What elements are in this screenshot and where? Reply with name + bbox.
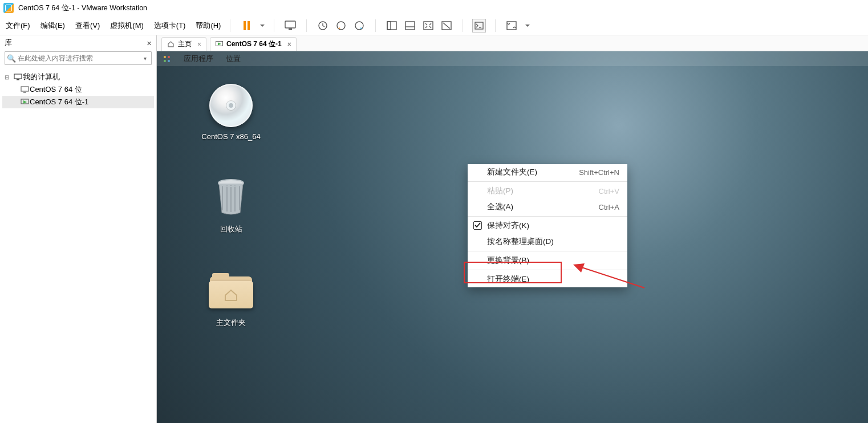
vm-icon <box>19 86 30 93</box>
svg-rect-5 <box>387 22 396 30</box>
ctx-paste: 粘贴(P) Ctrl+V <box>468 183 627 199</box>
trash-icon <box>214 178 248 216</box>
view-thumbnail-button[interactable] <box>403 19 417 32</box>
send-ctrl-alt-del-button[interactable] <box>283 19 297 32</box>
library-search-input[interactable] <box>18 54 139 62</box>
desktop-context-menu: 新建文件夹(E) Shift+Ctrl+N 粘贴(P) Ctrl+V 全选(A)… <box>468 164 627 287</box>
search-icon: 🔍 <box>5 54 18 63</box>
view-single-button[interactable] <box>385 19 399 32</box>
ctx-keep-aligned[interactable]: 保持对齐(K) <box>468 218 627 234</box>
gnome-top-bar: 应用程序 位置 <box>157 51 868 66</box>
view-fullscreen-button[interactable] <box>421 19 435 32</box>
ctx-label: 打开终端(E) <box>487 274 529 284</box>
desktop-item-home[interactable]: 主文件夹 <box>191 269 271 328</box>
tab-label: CentOS 7 64 位-1 <box>226 39 282 49</box>
svg-rect-16 <box>17 79 19 80</box>
tree-node-label: CentOS 7 64 位 <box>30 84 82 95</box>
close-sidebar-button[interactable]: × <box>147 38 152 48</box>
tree-node-label: CentOS 7 64 位-1 <box>30 97 88 107</box>
desktop-item-label: 回收站 <box>220 224 242 234</box>
checkbox-checked-icon <box>473 221 482 230</box>
tree-collapse-icon[interactable]: ⊟ <box>5 74 13 80</box>
menu-file[interactable]: 文件(F) <box>6 21 30 31</box>
content-area: 主页 × CentOS 7 64 位-1 × 应用程序 位置 CentOS 7 … <box>157 35 868 423</box>
ctx-select-all[interactable]: 全选(A) Ctrl+A <box>468 199 627 215</box>
tree-node-label: 我的计算机 <box>23 72 60 82</box>
menu-help[interactable]: 帮助(H) <box>196 21 221 31</box>
menu-tabs[interactable]: 选项卡(T) <box>154 21 186 31</box>
separator <box>230 19 230 32</box>
cd-disc-icon <box>209 84 253 127</box>
menu-edit[interactable]: 编辑(E) <box>40 21 65 31</box>
desktop-icons: CentOS 7 x86_64 回收站 <box>191 83 271 328</box>
desktop-item-disc[interactable]: CentOS 7 x86_64 <box>191 83 271 141</box>
separator <box>274 19 274 32</box>
svg-rect-14 <box>507 22 516 30</box>
gnome-applications[interactable]: 应用程序 <box>184 54 213 64</box>
ctx-new-folder[interactable]: 新建文件夹(E) Shift+Ctrl+N <box>468 164 627 180</box>
tree-node-vm[interactable]: CentOS 7 64 位 <box>2 83 154 96</box>
desktop-item-label: 主文件夹 <box>216 318 246 328</box>
ctx-label: 保持对齐(K) <box>487 221 529 231</box>
ctx-label: 新建文件夹(E) <box>487 167 537 177</box>
tab-close-icon[interactable]: × <box>287 40 291 48</box>
view-unity-button[interactable] <box>440 19 453 32</box>
ctx-shortcut: Shift+Ctrl+N <box>579 168 619 177</box>
library-sidebar: 库 × 🔍 ▾ ⊟ 我的计算机 CentOS 7 64 位 CentOS 7 6… <box>0 35 157 423</box>
tab-label: 主页 <box>178 39 192 49</box>
snapshot-revert-button[interactable] <box>334 19 348 32</box>
gnome-places[interactable]: 位置 <box>226 54 241 64</box>
tab-vm[interactable]: CentOS 7 64 位-1 × <box>210 37 297 51</box>
ctx-label: 更换背景(B) <box>487 255 529 266</box>
svg-point-3 <box>337 22 345 30</box>
separator <box>468 270 627 270</box>
svg-rect-12 <box>475 22 483 29</box>
separator <box>468 251 627 251</box>
desktop-item-label: CentOS 7 x86_64 <box>201 132 260 141</box>
ctx-shortcut: Ctrl+V <box>599 187 619 196</box>
vm-running-icon <box>19 99 30 105</box>
svg-rect-17 <box>21 87 29 91</box>
power-dropdown-icon[interactable] <box>260 25 265 29</box>
ctx-change-background[interactable]: 更换背景(B) <box>468 253 627 269</box>
svg-rect-9 <box>424 22 433 30</box>
stretch-dropdown-icon[interactable] <box>525 25 530 29</box>
svg-point-24 <box>168 56 170 58</box>
library-tree: ⊟ 我的计算机 CentOS 7 64 位 CentOS 7 64 位-1 <box>0 68 156 111</box>
separator <box>463 19 463 32</box>
svg-rect-0 <box>285 21 295 28</box>
separator <box>306 19 307 32</box>
stretch-guest-button[interactable] <box>505 19 518 32</box>
ctx-open-terminal[interactable]: 打开终端(E) <box>468 271 627 287</box>
separator <box>375 19 376 32</box>
vmware-app-icon <box>3 3 14 13</box>
library-search[interactable]: 🔍 ▾ <box>5 51 152 65</box>
computer-icon <box>13 74 23 80</box>
separator <box>495 19 496 32</box>
desktop-item-trash[interactable]: 回收站 <box>191 175 271 234</box>
window-title: CentOS 7 64 位-1 - VMware Workstation <box>18 3 147 13</box>
window-titlebar: CentOS 7 64 位-1 - VMware Workstation <box>0 0 868 16</box>
tab-home[interactable]: 主页 × <box>161 37 206 51</box>
snapshot-take-button[interactable] <box>316 19 330 32</box>
pause-button[interactable] <box>240 19 253 32</box>
menu-view[interactable]: 查看(V) <box>75 21 100 31</box>
menu-vm[interactable]: 虚拟机(M) <box>110 21 144 31</box>
tree-node-my-computer[interactable]: ⊟ 我的计算机 <box>2 71 154 83</box>
ctx-organize-by-name[interactable]: 按名称整理桌面(D) <box>468 234 627 250</box>
console-view-button[interactable] <box>472 19 486 32</box>
guest-desktop[interactable]: 应用程序 位置 CentOS 7 x86_64 <box>157 51 868 423</box>
library-title: 库 <box>5 38 12 48</box>
snapshot-manager-button[interactable] <box>352 19 366 32</box>
ctx-label: 全选(A) <box>487 202 513 212</box>
svg-marker-20 <box>23 100 27 104</box>
svg-rect-18 <box>23 92 26 93</box>
svg-rect-6 <box>387 22 391 30</box>
svg-rect-15 <box>14 74 22 79</box>
gnome-activities-icon <box>163 55 171 63</box>
tree-node-vm-active[interactable]: CentOS 7 64 位-1 <box>2 96 154 108</box>
vm-running-icon <box>215 40 223 48</box>
svg-rect-7 <box>405 22 415 30</box>
search-dropdown-icon[interactable]: ▾ <box>139 55 151 62</box>
tab-close-icon[interactable]: × <box>197 40 201 48</box>
